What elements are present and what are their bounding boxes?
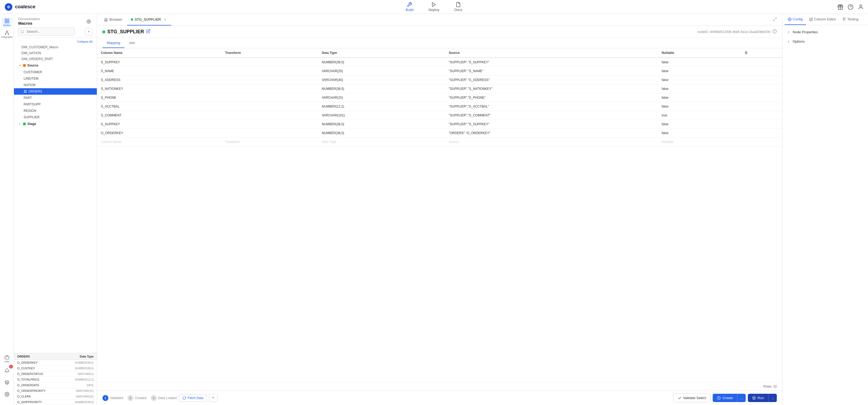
search-input[interactable]: [18, 28, 74, 35]
testing-icon: [842, 18, 846, 21]
sidebar-notifications-btn[interactable]: 1: [2, 365, 12, 376]
svg-point-12: [6, 31, 7, 32]
node-partsupp[interactable]: PARTSUPP: [14, 101, 97, 107]
td-col-name: S_ADDRESS: [97, 75, 221, 85]
table-row: S_SUPPKEY NUMBER(38,0) "SUPPLIER"."S_SUP…: [97, 120, 782, 129]
th-nullable: Nullable: [658, 48, 741, 58]
node-nation[interactable]: NATION: [14, 82, 97, 88]
edit-title-icon[interactable]: [146, 29, 151, 35]
td-transform: [221, 85, 318, 93]
validate-select-btn[interactable]: Validate Select: [673, 394, 711, 402]
app-logo: coalesce: [4, 3, 35, 11]
sidebar-builds-btn[interactable]: [2, 377, 12, 388]
tab-expand-btn[interactable]: [771, 18, 779, 22]
fetch-data-btn[interactable]: Fetch Data: [179, 394, 207, 402]
sidebar-jobs-btn[interactable]: Jobs: [2, 353, 12, 364]
user-icon[interactable]: [858, 4, 864, 10]
collapse-all-link[interactable]: Collapse All: [77, 40, 93, 43]
macro-dim-nation[interactable]: DIM_NATION: [14, 50, 97, 56]
section-source[interactable]: Source: [14, 62, 97, 69]
workspace-gear-btn[interactable]: [85, 18, 93, 25]
list-item: O_TOTALPRICE NUMBER(12,2): [14, 377, 97, 382]
table-row: S_PHONE VARCHAR(15) "SUPPLIER"."S_PHONE"…: [97, 93, 782, 102]
sub-tab-join[interactable]: Join: [124, 38, 140, 48]
svg-point-20: [88, 21, 89, 22]
top-nav: coalesce Build Deploy Docs: [0, 0, 868, 14]
sidebar-settings-btn[interactable]: [2, 389, 12, 400]
sidebar-nodes-btn[interactable]: Nodes: [2, 17, 12, 28]
macro-dim-customer[interactable]: DIM_CUSTOMER_Macro: [14, 44, 97, 50]
add-node-btn[interactable]: +: [85, 28, 93, 35]
td-nullable: false: [658, 120, 741, 129]
node-orders[interactable]: ORDERS: [14, 88, 97, 95]
td-transform: [221, 75, 318, 85]
lineitem-label: LINEITEM: [24, 77, 38, 81]
workspace-name: Macros: [18, 21, 40, 26]
node-supplier[interactable]: SUPPLIER: [14, 114, 97, 120]
td-nullable: false: [658, 85, 741, 93]
macro-dim-orders-part[interactable]: DIM_ORDERS_PART: [14, 56, 97, 62]
part-label: PART: [24, 96, 32, 100]
nav-build[interactable]: Build: [403, 1, 415, 13]
table-row: S_ADDRESS VARCHAR(40) "SUPPLIER"."S_ADDR…: [97, 75, 782, 85]
options-section[interactable]: Options: [782, 37, 868, 46]
validate-icon: [678, 396, 682, 400]
main-nav: Build Deploy Docs: [403, 1, 464, 13]
sub-tab-mapping[interactable]: Mapping: [102, 38, 124, 48]
td-source: "SUPPLIER"."S_NAME": [445, 67, 658, 75]
td-col-name: S_NATIONKEY: [97, 85, 221, 93]
collapse-bottom-btn[interactable]: [209, 394, 218, 402]
node-part[interactable]: PART: [14, 95, 97, 101]
run-more-btn[interactable]: ...: [768, 394, 777, 402]
tab-browser[interactable]: Browser: [100, 14, 126, 26]
svg-rect-9: [7, 19, 9, 21]
svg-point-21: [21, 30, 23, 32]
data-type-header: Data Type: [80, 355, 94, 358]
svg-line-29: [775, 18, 776, 19]
tab-dot: [131, 19, 133, 21]
list-item: O_ORDERDATE DATE: [14, 382, 97, 388]
run-label: Run: [757, 396, 764, 400]
nodes-label: Nodes: [3, 24, 10, 27]
td-nullable: true: [658, 111, 741, 120]
td-data-type: NUMBER(12,2): [318, 102, 445, 111]
nav-docs[interactable]: Docs: [452, 1, 465, 13]
region-label: REGION: [24, 109, 36, 113]
create-btn[interactable]: Create: [713, 394, 737, 402]
node-properties-section[interactable]: Node Properties: [782, 27, 868, 37]
sidebar-subgraphs-btn[interactable]: Subgraphs: [2, 29, 12, 40]
th-transform: Transform: [221, 48, 318, 58]
th-source: Source: [445, 48, 658, 58]
right-tab-column-editor[interactable]: Column Editor: [806, 14, 839, 25]
svg-point-37: [752, 397, 755, 400]
node-region[interactable]: REGION: [14, 107, 97, 114]
tab-bar: Browser STG_SUPPLIER: [97, 14, 782, 26]
nav-deploy[interactable]: Deploy: [426, 1, 441, 13]
step-1-circle: 1: [102, 395, 108, 401]
node-customer[interactable]: CUSTOMER: [14, 69, 97, 75]
help-icon[interactable]: [848, 4, 854, 10]
tab-close-btn[interactable]: [162, 17, 167, 22]
row-o-orderkey-type: NUMBER(38,0): [75, 361, 94, 364]
node-lineitem[interactable]: LINEITEM: [14, 75, 97, 82]
step-3-label: Data Loaded: [158, 396, 177, 400]
td-source: "ORDERS"."O_ORDERKEY": [445, 129, 658, 137]
node-id: nodeID: 40968b53-0f36-4bb6-9a1e-16aa928b…: [698, 30, 770, 34]
partsupp-label: PARTSUPP: [24, 102, 41, 106]
fetch-data-label: Fetch Data: [188, 396, 204, 400]
run-btn[interactable]: Run: [748, 394, 768, 402]
right-tab-config[interactable]: Config: [784, 14, 806, 25]
gift-icon[interactable]: [837, 4, 843, 10]
nav-docs-label: Docs: [454, 8, 462, 12]
section-stage[interactable]: Stage: [14, 120, 97, 127]
right-tab-testing[interactable]: Testing: [839, 14, 862, 25]
bottom-data-header: ORDERS Data Type: [14, 353, 97, 360]
svg-point-39: [789, 19, 790, 20]
create-more-btn[interactable]: ...: [737, 394, 746, 402]
info-icon[interactable]: [773, 29, 777, 34]
tab-stg-supplier[interactable]: STG_SUPPLIER: [127, 14, 171, 26]
nav-build-label: Build: [406, 8, 413, 12]
td-source: "SUPPLIER"."S_ADDRESS": [445, 75, 658, 85]
search-wrapper: [18, 28, 83, 35]
mapping-table: Column Name Transform Data Type Source N…: [97, 48, 782, 147]
